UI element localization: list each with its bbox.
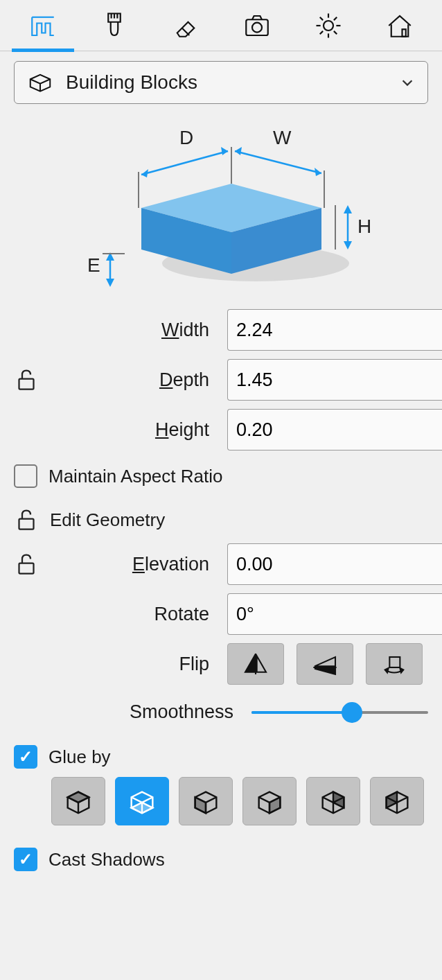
- maintain-aspect-checkbox[interactable]: [14, 464, 37, 488]
- tab-camera[interactable]: [226, 0, 288, 51]
- rotate-face-icon: [379, 650, 409, 678]
- svg-line-13: [333, 17, 336, 19]
- svg-point-6: [324, 21, 333, 30]
- row-smoothness: Smoothness: [0, 689, 442, 735]
- svg-line-12: [333, 30, 336, 33]
- svg-marker-31: [344, 205, 352, 213]
- glue-by-checkbox[interactable]: [14, 745, 37, 769]
- glue-mode-3[interactable]: [242, 777, 297, 825]
- row-rotate: Rotate: [0, 589, 442, 639]
- svg-rect-39: [19, 563, 34, 574]
- top-tab-strip: [0, 0, 442, 51]
- row-depth: Depth − +: [0, 355, 442, 405]
- svg-line-20: [235, 151, 321, 173]
- row-elevation: Elevation − +: [0, 539, 442, 589]
- svg-marker-52: [269, 797, 280, 813]
- svg-rect-15: [402, 29, 405, 37]
- svg-point-5: [252, 22, 262, 32]
- svg-marker-22: [235, 147, 242, 155]
- svg-marker-53: [333, 792, 344, 808]
- cube-icon: [62, 785, 94, 817]
- tab-lighting[interactable]: [297, 0, 360, 51]
- glue-mode-1[interactable]: [115, 777, 169, 825]
- svg-marker-21: [315, 168, 321, 176]
- cube-back-icon: [317, 785, 349, 817]
- svg-rect-46: [389, 657, 400, 667]
- eraser-icon: [171, 11, 200, 40]
- depth-label: Depth: [57, 369, 219, 391]
- smoothness-label: Smoothness: [57, 701, 243, 723]
- unlock-icon[interactable]: [14, 367, 39, 392]
- cast-shadows-checkbox[interactable]: [14, 848, 37, 871]
- dropdown-label: Building Blocks: [66, 71, 387, 94]
- depth-input[interactable]: [227, 359, 442, 401]
- svg-marker-35: [106, 279, 114, 287]
- rotate-label: Rotate: [57, 604, 219, 625]
- edit-geometry-row: Edit Geometry: [0, 498, 442, 539]
- diagram-label-d: D: [179, 127, 193, 148]
- flip-v-icon: [310, 650, 340, 678]
- chevron-down-icon: [400, 75, 415, 90]
- diagram-label-w: W: [273, 127, 292, 148]
- brush-icon: [100, 11, 129, 40]
- glue-mode-0[interactable]: [51, 777, 105, 825]
- slider-thumb[interactable]: [342, 702, 362, 723]
- unlock-icon[interactable]: [14, 552, 39, 577]
- elevation-label: Elevation: [57, 554, 219, 575]
- glue-mode-2[interactable]: [179, 777, 233, 825]
- rotate-input[interactable]: [227, 593, 442, 635]
- smoothness-slider[interactable]: [251, 702, 428, 723]
- height-label: Height: [57, 419, 219, 441]
- diagram-label-h: H: [357, 216, 371, 237]
- svg-line-11: [319, 17, 322, 19]
- row-width: Width − +: [0, 305, 442, 355]
- sun-icon: [314, 11, 343, 40]
- maintain-aspect-row: Maintain Aspect Ratio: [0, 455, 442, 498]
- diagram-label-e: E: [87, 254, 100, 276]
- flip-label: Flip: [57, 654, 219, 675]
- cube-front-icon: [381, 785, 413, 817]
- dimension-diagram: W D H E: [0, 111, 442, 305]
- row-height: Height − +: [0, 405, 442, 455]
- row-flip: Flip: [0, 639, 442, 689]
- elevation-input[interactable]: [227, 543, 442, 585]
- glue-mode-5[interactable]: [370, 777, 424, 825]
- flip-rotate[interactable]: [366, 643, 423, 685]
- flip-vertical[interactable]: [297, 643, 353, 685]
- width-input[interactable]: [227, 309, 442, 351]
- svg-marker-26: [141, 169, 148, 177]
- cast-shadows-label: Cast Shadows: [48, 849, 165, 870]
- cube-bottom-icon: [126, 785, 158, 817]
- svg-marker-54: [387, 792, 397, 808]
- svg-marker-44: [315, 657, 335, 666]
- block-icon: [27, 69, 53, 96]
- svg-rect-38: [19, 519, 34, 530]
- tab-erase[interactable]: [154, 0, 217, 51]
- height-input[interactable]: [227, 409, 442, 450]
- svg-line-14: [319, 30, 322, 33]
- unlock-icon[interactable]: [14, 507, 39, 532]
- svg-marker-47: [400, 668, 403, 673]
- svg-marker-45: [315, 669, 335, 674]
- svg-marker-32: [344, 241, 352, 250]
- tab-dimensions[interactable]: [12, 0, 74, 51]
- svg-rect-37: [19, 379, 34, 390]
- caliper-icon: [28, 11, 58, 40]
- house-icon: [385, 11, 414, 40]
- svg-marker-51: [195, 797, 206, 813]
- maintain-aspect-label: Maintain Aspect Ratio: [48, 466, 222, 487]
- tab-paint[interactable]: [83, 0, 145, 51]
- flip-horizontal[interactable]: [227, 643, 284, 685]
- svg-marker-49: [68, 792, 89, 803]
- tab-house[interactable]: [369, 0, 431, 51]
- glue-by-row: Glue by: [0, 735, 442, 771]
- glue-mode-4[interactable]: [306, 777, 360, 825]
- svg-line-25: [141, 151, 228, 175]
- edit-geometry-label: Edit Geometry: [50, 509, 165, 531]
- cast-shadows-row: Cast Shadows: [0, 838, 442, 881]
- svg-marker-48: [385, 668, 389, 673]
- svg-marker-42: [257, 656, 266, 672]
- width-label: Width: [57, 320, 219, 341]
- svg-line-3: [182, 28, 189, 35]
- shape-dropdown[interactable]: Building Blocks: [14, 61, 428, 104]
